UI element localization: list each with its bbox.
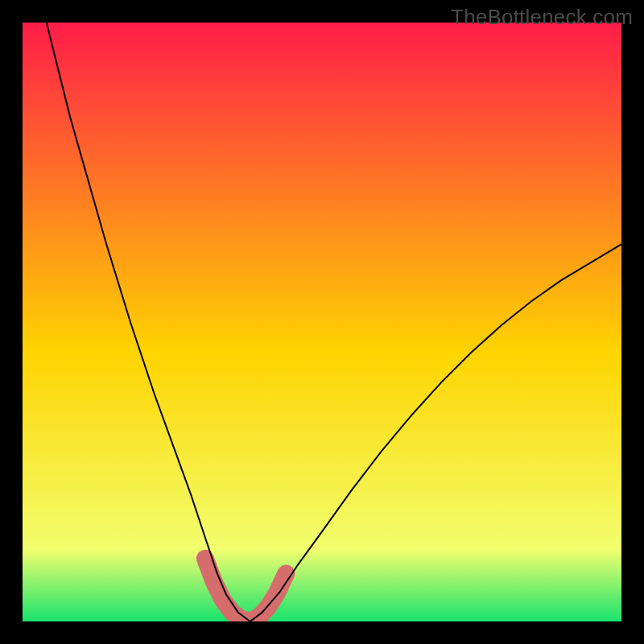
watermark-text: TheBottleneck.com <box>451 5 633 30</box>
plot-svg <box>23 23 621 621</box>
chart-frame: TheBottleneck.com <box>0 0 644 644</box>
plot-area <box>23 23 621 621</box>
